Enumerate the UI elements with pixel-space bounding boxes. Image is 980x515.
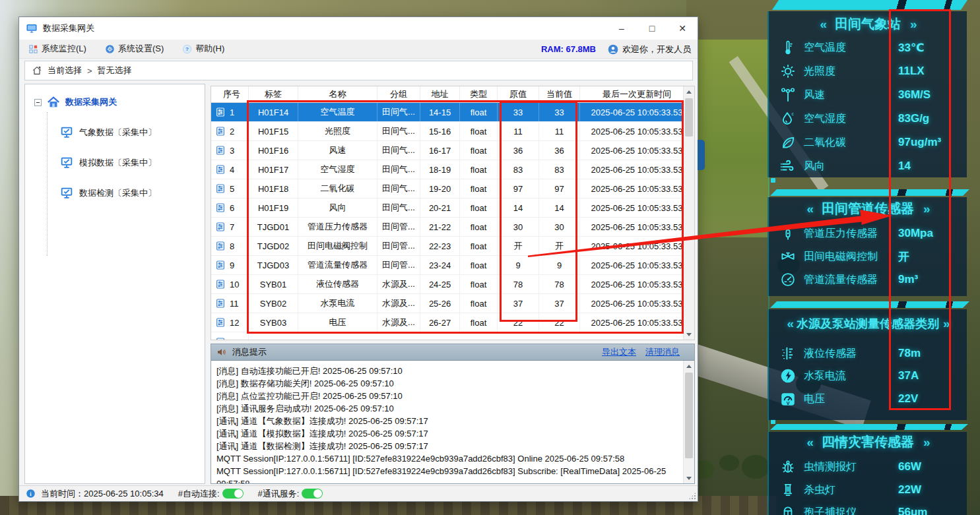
table-row[interactable]: 3H01F16风速田间气...16-17float36362025-06-25 …: [211, 141, 694, 160]
hud-deco-bar: [770, 301, 969, 308]
panel-next-icon[interactable]: »: [923, 435, 929, 450]
clear-messages-link[interactable]: 清理消息: [645, 346, 680, 358]
breadcrumb-value: 暂无选择: [98, 65, 132, 76]
table-row[interactable]: 5H01F18二氧化碳田间气...19-20float97972025-06-2…: [211, 179, 694, 198]
menu-system-settings[interactable]: 系统设置(S): [96, 40, 173, 58]
cell-cur: 22: [554, 318, 564, 328]
menu-system-monitor[interactable]: 系统监控(L): [19, 40, 96, 58]
panel-pump-station-sensors: « 水源及泵站测量传感器类别 » 液位传感器78m水泵电流37AV电压22V: [768, 309, 967, 420]
side-panel-handle[interactable]: [698, 140, 705, 170]
gear-icon: [105, 44, 115, 54]
panel-title: 田间管道传感器: [822, 200, 914, 218]
cell-addr: 16-17: [429, 146, 451, 156]
sensor-value: 30Mpa: [898, 227, 933, 240]
cell-tag: SYB01: [260, 280, 286, 289]
scroll-up-icon[interactable]: [684, 361, 694, 371]
cell-cur: 97: [554, 184, 564, 194]
hud-deco-bar: [770, 424, 968, 430]
comm-service-toggle[interactable]: [302, 489, 323, 499]
tree-node-detect[interactable]: 数据检测〔采集中〕: [59, 186, 205, 200]
scroll-up-icon[interactable]: [684, 86, 694, 97]
sensor-value: 97ug/m³: [898, 136, 941, 149]
collapse-icon[interactable]: [34, 99, 42, 106]
cell-addr: 23-24: [429, 260, 451, 270]
cell-grp: 田间气...: [382, 106, 415, 118]
pest-lamp-icon: [778, 458, 798, 475]
scroll-down-icon[interactable]: [684, 473, 694, 483]
col-header-address[interactable]: 地址: [420, 86, 460, 102]
cell-name: 管道压力传感器: [308, 221, 368, 233]
current-time: 当前时间：2025-06-25 10:05:34: [41, 488, 164, 500]
col-header-current[interactable]: 当前值: [539, 86, 580, 102]
cell-idx: 1: [230, 107, 234, 117]
cell-idx: 4: [230, 165, 234, 175]
message-log: [消息] 自动连接功能已开启! 2025-06-25 09:57:10[消息] …: [211, 361, 683, 483]
panel-next-icon[interactable]: »: [910, 17, 916, 32]
col-header-index[interactable]: 序号: [211, 86, 249, 102]
tree-connector: [47, 112, 48, 256]
minimize-button[interactable]: –: [606, 17, 637, 40]
table-scrollbar[interactable]: [683, 86, 694, 340]
points-table: 序号 标签 名称 分组 地址 类型 原值 当前值 最后一次更新时间 1H01F1…: [211, 86, 695, 340]
col-header-original[interactable]: 原值: [498, 86, 539, 102]
breadcrumb: 当前选择 > 暂无选择: [24, 61, 693, 80]
table-scroll-thumb[interactable]: [685, 98, 693, 136]
table-row[interactable]: 1H01F14空气温度田间气...14-15float33332025-06-2…: [211, 103, 694, 122]
table-row[interactable]: 10SYB01液位传感器水源及...24-25float78782025-06-…: [211, 275, 694, 294]
panel-prev-icon[interactable]: «: [820, 17, 826, 32]
col-header-type[interactable]: 类型: [460, 86, 498, 102]
col-header-tag[interactable]: 标签: [249, 86, 298, 102]
message-scroll-thumb[interactable]: [685, 373, 693, 458]
panel-weather-station: « 田间气象站 » 空气温度33℃光照度11LX风速36M/Sc空气湿度83G/…: [768, 11, 967, 177]
avatar-icon: [608, 44, 618, 55]
solenoid-valve-icon: [778, 248, 798, 265]
cell-tag: H01F16: [258, 146, 288, 156]
table-row[interactable]: 6H01F19风向田间气...20-21float14142025-06-25 …: [211, 198, 694, 218]
cell-idx: 11: [230, 299, 239, 309]
cell-orig: 开: [514, 240, 523, 252]
col-header-group[interactable]: 分组: [377, 86, 420, 102]
auto-connect-toggle[interactable]: [222, 489, 244, 499]
table-row[interactable]: 9TJGD03管道流量传感器田间管...23-24float992025-06-…: [211, 256, 694, 275]
tree-node-detect-label: 数据检测〔采集中〕: [79, 187, 156, 199]
close-button[interactable]: ✕: [667, 17, 698, 40]
cell-cur: 30: [554, 222, 564, 232]
panel-next-icon[interactable]: »: [943, 317, 949, 331]
cell-cur: 9: [557, 260, 562, 270]
col-header-updated[interactable]: 最后一次更新时间: [580, 86, 694, 102]
table-row[interactable]: 12SYB03电压水源及...26-27float22222025-06-25 …: [211, 313, 694, 332]
panel-prev-icon[interactable]: «: [806, 435, 812, 450]
sensor-value: 36M/S: [898, 88, 931, 102]
table-row[interactable]: 11SYB02水泵电流水源及...25-26float37372025-06-2…: [211, 294, 694, 313]
col-header-name[interactable]: 名称: [298, 86, 377, 102]
status-bar: i 当前时间：2025-06-25 10:05:34 #自动连接: #通讯服务:: [19, 485, 698, 501]
sensor-label: 水泵电流: [804, 369, 846, 383]
cell-name: 空气温度: [321, 106, 355, 118]
table-row[interactable]: 2H01F15光照度田间气...15-16float11112025-06-25…: [211, 122, 694, 141]
message-scrollbar[interactable]: [683, 361, 694, 483]
sensor-label: 液位传感器: [804, 347, 857, 361]
panel-prev-icon[interactable]: «: [806, 202, 812, 216]
point-row-icon: [215, 317, 226, 328]
liquid-level-icon: [778, 345, 798, 362]
panel-title: 水源及泵站测量传感器类别: [797, 316, 939, 332]
resize-grip[interactable]: [688, 492, 696, 500]
tree-root-label: 数据采集网关: [65, 96, 117, 108]
tree-node-weather[interactable]: 气象数据〔采集中〕: [59, 125, 205, 140]
home-icon[interactable]: [32, 65, 42, 76]
tree-node-analog[interactable]: 模拟数据〔采集中〕: [59, 156, 205, 170]
panel-next-icon[interactable]: »: [923, 202, 929, 216]
user-welcome[interactable]: 欢迎你，开发人员: [608, 44, 691, 55]
scroll-down-icon[interactable]: [684, 329, 694, 340]
table-row[interactable]: 8TJGD02田间电磁阀控制田间管...22-23float开开2025-06-…: [211, 237, 694, 256]
cell-time: 2025-06-25 10:05:33.53: [591, 280, 683, 289]
maximize-button[interactable]: □: [637, 17, 667, 40]
tree-root-node[interactable]: 数据采集网关: [34, 95, 205, 109]
menu-help[interactable]: ? 帮助(H): [173, 40, 234, 58]
panel-prev-icon[interactable]: «: [787, 317, 793, 331]
export-text-link[interactable]: 导出文本: [602, 346, 636, 358]
cell-addr: 15-16: [429, 127, 451, 136]
point-row-icon: [215, 183, 226, 194]
table-row[interactable]: 7TJGD01管道压力传感器田间管...21-22float30302025-0…: [211, 218, 694, 237]
table-row[interactable]: 4H01F17空气湿度田间气...18-19float83832025-06-2…: [211, 160, 694, 179]
